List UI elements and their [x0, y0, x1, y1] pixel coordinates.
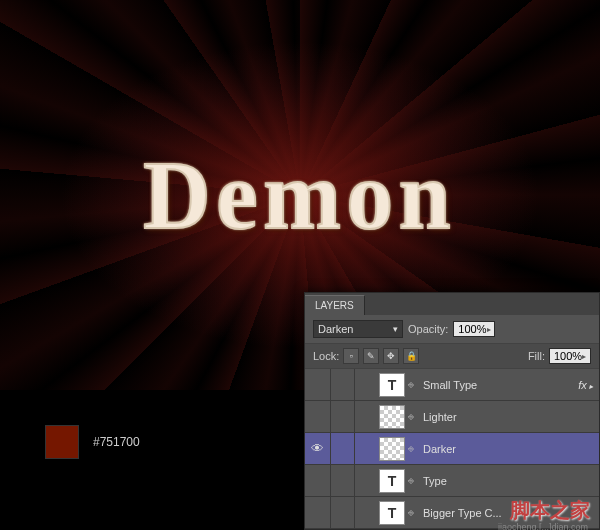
- blend-mode-value: Darken: [318, 323, 353, 335]
- lock-position-icon[interactable]: ✥: [383, 348, 399, 364]
- color-swatch[interactable]: [45, 425, 79, 459]
- layer-spacer: [331, 401, 355, 432]
- layer-thumbnail[interactable]: [379, 501, 405, 525]
- visibility-toggle-icon[interactable]: [305, 401, 331, 432]
- layer-name-label: Type: [423, 475, 599, 487]
- fill-value: 100%: [554, 350, 582, 362]
- layer-name-label: Small Type: [423, 379, 578, 391]
- visibility-toggle-icon[interactable]: 👁: [305, 433, 331, 464]
- demon-text: Demon: [144, 139, 457, 251]
- lock-image-icon[interactable]: ✎: [363, 348, 379, 364]
- layer-thumbnail[interactable]: [379, 437, 405, 461]
- opacity-value: 100%: [458, 323, 486, 335]
- visibility-toggle-icon[interactable]: [305, 369, 331, 400]
- layer-thumbnail[interactable]: [379, 469, 405, 493]
- link-icon[interactable]: ⎆: [405, 379, 417, 390]
- link-icon[interactable]: ⎆: [405, 507, 417, 518]
- watermark-subtext: jiaocheng.[...]dian.com: [498, 522, 588, 530]
- layer-spacer: [331, 497, 355, 528]
- layer-spacer: [331, 433, 355, 464]
- visibility-toggle-icon[interactable]: [305, 465, 331, 496]
- fill-input[interactable]: 100%: [549, 348, 591, 364]
- layer-row[interactable]: 👁⎆Darker: [305, 433, 599, 465]
- link-icon[interactable]: ⎆: [405, 475, 417, 486]
- layer-name-label: Lighter: [423, 411, 599, 423]
- swatch-hex-label: #751700: [93, 435, 140, 449]
- layer-row[interactable]: ⎆Small Typefx: [305, 369, 599, 401]
- layer-spacer: [331, 369, 355, 400]
- layer-row[interactable]: ⎆Lighter: [305, 401, 599, 433]
- layer-name-label: Darker: [423, 443, 599, 455]
- watermark-text: 脚本之家: [510, 497, 590, 524]
- lock-fill-row: Lock: ▫ ✎ ✥ 🔒 Fill: 100%: [305, 344, 599, 369]
- lock-transparency-icon[interactable]: ▫: [343, 348, 359, 364]
- layer-thumbnail[interactable]: [379, 405, 405, 429]
- layers-tab[interactable]: LAYERS: [305, 295, 365, 315]
- layer-thumbnail[interactable]: [379, 373, 405, 397]
- fill-label: Fill:: [528, 350, 545, 362]
- layer-spacer: [331, 465, 355, 496]
- blend-mode-select[interactable]: Darken: [313, 320, 403, 338]
- opacity-input[interactable]: 100%: [453, 321, 495, 337]
- lock-label: Lock:: [313, 350, 339, 362]
- lock-all-icon[interactable]: 🔒: [403, 348, 419, 364]
- link-icon[interactable]: ⎆: [405, 443, 417, 454]
- opacity-label: Opacity:: [408, 323, 448, 335]
- layers-panel: LAYERS Darken Opacity: 100% Lock: ▫ ✎ ✥ …: [304, 292, 600, 530]
- visibility-toggle-icon[interactable]: [305, 497, 331, 528]
- panel-tab-bar: LAYERS: [305, 293, 599, 315]
- blend-opacity-row: Darken Opacity: 100%: [305, 315, 599, 344]
- link-icon[interactable]: ⎆: [405, 411, 417, 422]
- color-swatch-area: #751700: [45, 425, 140, 459]
- layer-row[interactable]: ⎆Type: [305, 465, 599, 497]
- layer-fx-indicator[interactable]: fx: [578, 379, 593, 391]
